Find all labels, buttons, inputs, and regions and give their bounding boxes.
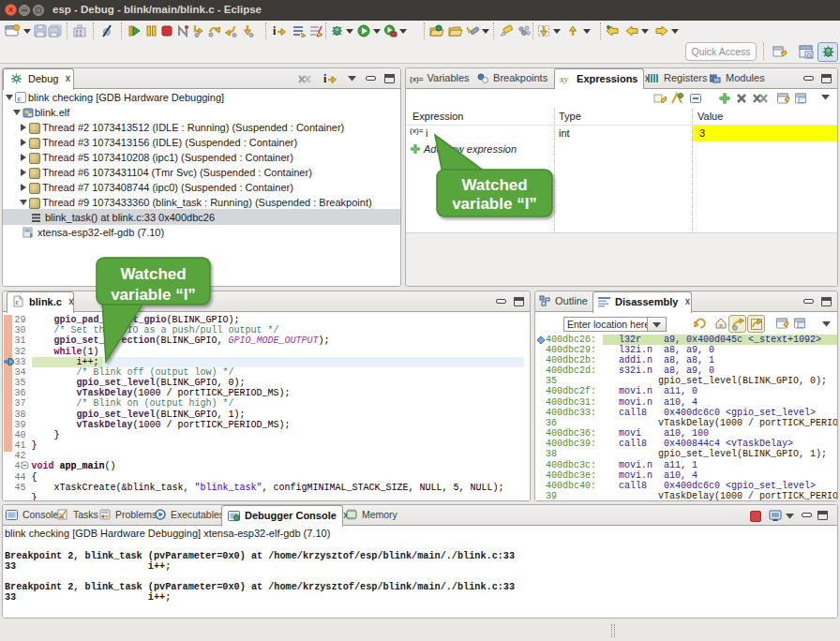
svg-text:i: i xyxy=(273,24,277,37)
svg-text:i: i xyxy=(323,72,327,85)
svg-text:c: c xyxy=(18,94,22,103)
svg-text:G: G xyxy=(807,52,812,59)
svg-text:c: c xyxy=(16,298,20,306)
svg-text:y: y xyxy=(563,74,569,84)
